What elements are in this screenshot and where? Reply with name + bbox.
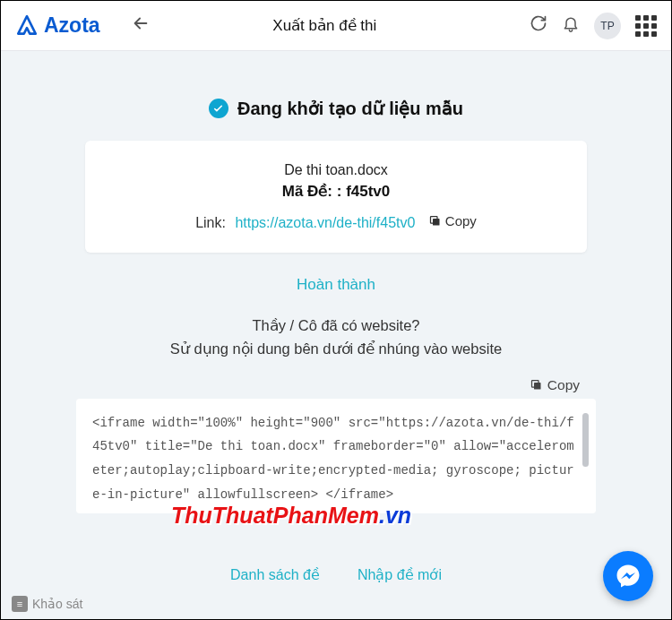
copy-icon — [530, 378, 543, 392]
survey-icon: ≡ — [12, 596, 28, 612]
done-button[interactable]: Hoàn thành — [44, 276, 628, 294]
embed-code-box[interactable]: <iframe width="100%" height="900" src="h… — [76, 399, 596, 513]
notifications-button[interactable] — [562, 14, 580, 37]
exam-link-row: Link: https://azota.vn/de-thi/f45tv0 Cop… — [114, 213, 558, 231]
survey-button[interactable]: ≡ Khảo sát — [12, 596, 82, 612]
main-content: Đang khởi tạo dữ liệu mẫu De thi toan.do… — [1, 51, 671, 513]
brand-logo[interactable]: Azota — [15, 13, 100, 38]
exam-link[interactable]: https://azota.vn/de-thi/f45tv0 — [235, 215, 415, 230]
app-header: Azota Xuất bản đề thi TP — [1, 1, 671, 51]
refresh-button[interactable] — [530, 14, 547, 37]
copy-link-label: Copy — [445, 213, 477, 228]
new-exam-link[interactable]: Nhập đề mới — [358, 566, 442, 583]
embed-prompt-line2: Sử dụng nội dung bên dưới để nhúng vào w… — [44, 337, 628, 360]
exam-file-name: De thi toan.docx — [114, 162, 558, 178]
user-avatar[interactable]: TP — [594, 13, 621, 39]
exam-info-card: De thi toan.docx Mã Đề: : f45tv0 Link: h… — [85, 141, 587, 253]
azota-logo-icon — [15, 14, 39, 38]
page-title: Xuất bản đề thi — [120, 16, 530, 35]
brand-name: Azota — [44, 13, 100, 38]
bell-icon — [562, 14, 580, 32]
exam-code: Mã Đề: : f45tv0 — [114, 182, 558, 201]
copy-embed-button[interactable]: Copy — [76, 377, 596, 393]
link-label: Link: — [195, 215, 226, 230]
svg-rect-2 — [534, 383, 541, 390]
apps-menu-button[interactable] — [635, 15, 657, 37]
exam-code-label: Mã Đề: : — [282, 183, 342, 200]
survey-label: Khảo sát — [32, 597, 82, 611]
exam-code-value: f45tv0 — [346, 183, 390, 200]
messenger-fab[interactable] — [603, 551, 653, 601]
embed-prompt-line1: Thầy / Cô đã có website? — [44, 314, 628, 337]
embed-prompt: Thầy / Cô đã có website? Sử dụng nội dun… — [44, 314, 628, 361]
status-text: Đang khởi tạo dữ liệu mẫu — [237, 98, 463, 119]
footer-links: Danh sách đề Nhập đề mới — [1, 566, 671, 583]
check-circle-icon — [209, 99, 228, 118]
messenger-icon — [615, 563, 642, 590]
refresh-icon — [530, 14, 547, 32]
copy-embed-label: Copy — [547, 377, 580, 393]
embed-code-text: <iframe width="100%" height="900" src="h… — [92, 416, 574, 502]
svg-rect-0 — [433, 219, 440, 226]
embed-section: Copy <iframe width="100%" height="900" s… — [76, 377, 596, 513]
status-row: Đang khởi tạo dữ liệu mẫu — [44, 98, 628, 119]
scrollbar-thumb[interactable] — [582, 413, 589, 467]
copy-icon — [428, 214, 442, 228]
exam-list-link[interactable]: Danh sách đề — [230, 566, 320, 583]
copy-link-button[interactable]: Copy — [428, 213, 477, 228]
